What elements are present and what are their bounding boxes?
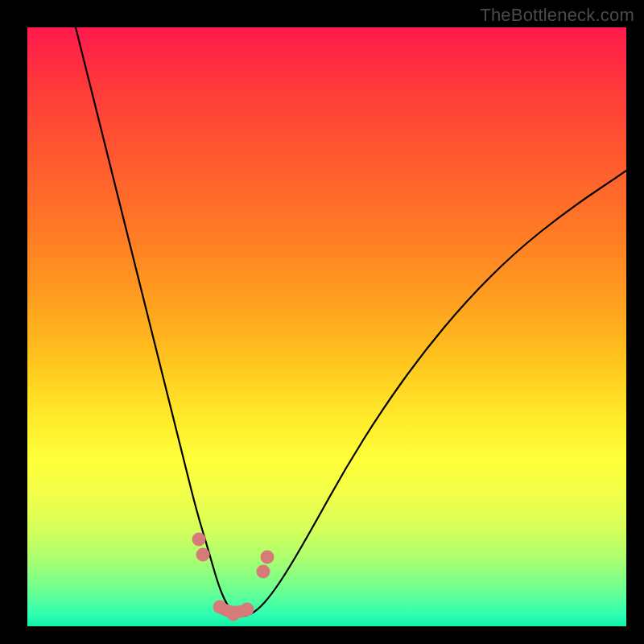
svg-point-0 <box>192 533 206 547</box>
svg-point-2 <box>213 601 227 614</box>
chart-frame: TheBottleneck.com <box>0 0 644 644</box>
svg-point-3 <box>227 608 241 621</box>
svg-point-4 <box>241 603 254 617</box>
svg-point-5 <box>257 565 270 579</box>
watermark-text: TheBottleneck.com <box>480 5 634 26</box>
svg-point-6 <box>261 551 275 564</box>
svg-point-1 <box>196 548 210 562</box>
curve-svg <box>27 27 626 626</box>
curve-markers <box>192 533 275 621</box>
plot-area <box>27 27 626 626</box>
bottleneck-curve <box>76 27 626 616</box>
